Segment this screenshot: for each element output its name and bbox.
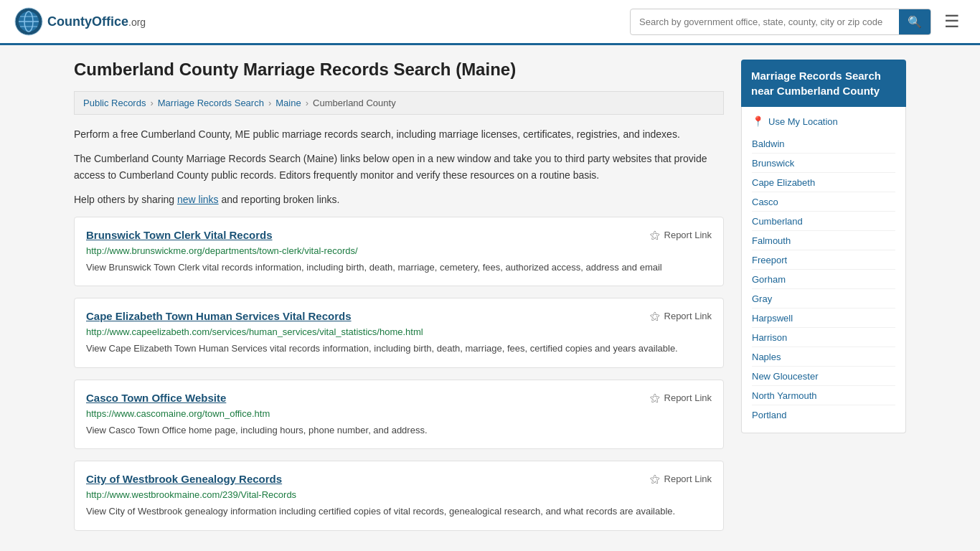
- sidebar-city-cape-elizabeth[interactable]: Cape Elizabeth: [752, 177, 815, 188]
- sidebar-cities-list: Baldwin Brunswick Cape Elizabeth Casco C…: [752, 134, 895, 424]
- logo-text: CountyOffice.org: [47, 14, 146, 29]
- list-item: Baldwin: [752, 134, 895, 154]
- breadcrumb-maine[interactable]: Maine: [275, 98, 301, 108]
- logo-icon: [14, 7, 43, 36]
- report-link-3[interactable]: ⚝ Report Link: [650, 392, 712, 404]
- result-title-4[interactable]: City of Westbrook Genealogy Records: [86, 473, 282, 485]
- breadcrumb-public-records[interactable]: Public Records: [83, 98, 146, 108]
- list-item: Freeport: [752, 250, 895, 270]
- list-item: Falmouth: [752, 231, 895, 250]
- report-icon-1: ⚝: [650, 229, 660, 241]
- list-item: Cumberland: [752, 212, 895, 231]
- sidebar-city-cumberland[interactable]: Cumberland: [752, 216, 803, 227]
- sidebar: Marriage Records Search near Cumberland …: [741, 60, 906, 542]
- result-title-1[interactable]: Brunswick Town Clerk Vital Records: [86, 229, 273, 241]
- list-item: New Gloucester: [752, 367, 895, 386]
- breadcrumb-sep-2: ›: [268, 98, 271, 108]
- list-item: Portland: [752, 405, 895, 424]
- sidebar-city-freeport[interactable]: Freeport: [752, 255, 787, 265]
- header-right: 🔍 ☰: [630, 9, 966, 35]
- sidebar-body: 📍 Use My Location Baldwin Brunswick Cape…: [741, 107, 906, 433]
- description-2: The Cumberland County Marriage Records S…: [74, 151, 724, 183]
- report-icon-4: ⚝: [650, 473, 660, 485]
- list-item: Gray: [752, 289, 895, 309]
- breadcrumb-marriage-records[interactable]: Marriage Records Search: [158, 98, 264, 108]
- page-title: Cumberland County Marriage Records Searc…: [74, 60, 724, 80]
- result-desc-1: View Brunswick Town Clerk vital records …: [86, 260, 712, 275]
- report-link-2[interactable]: ⚝ Report Link: [650, 310, 712, 322]
- hamburger-button[interactable]: ☰: [938, 9, 966, 34]
- list-item: Harrison: [752, 328, 895, 347]
- sidebar-city-gray[interactable]: Gray: [752, 293, 772, 304]
- result-item-2: Cape Elizabeth Town Human Services Vital…: [74, 298, 724, 368]
- list-item: Cape Elizabeth: [752, 173, 895, 192]
- sidebar-city-harrison[interactable]: Harrison: [752, 332, 787, 343]
- result-url-3: https://www.cascomaine.org/town_office.h…: [86, 408, 712, 419]
- content-area: Cumberland County Marriage Records Searc…: [74, 60, 724, 542]
- result-title-2[interactable]: Cape Elizabeth Town Human Services Vital…: [86, 310, 352, 322]
- search-input[interactable]: [631, 11, 899, 33]
- breadcrumb-sep-1: ›: [150, 98, 153, 108]
- search-bar: 🔍: [630, 9, 931, 35]
- report-link-4[interactable]: ⚝ Report Link: [650, 473, 712, 485]
- use-my-location[interactable]: 📍 Use My Location: [752, 116, 895, 127]
- result-title-3[interactable]: Casco Town Office Website: [86, 392, 226, 404]
- result-item-4: City of Westbrook Genealogy Records ⚝ Re…: [74, 461, 724, 531]
- sidebar-city-falmouth[interactable]: Falmouth: [752, 235, 791, 246]
- description-3: Help others by sharing new links and rep…: [74, 192, 724, 207]
- result-header-2: Cape Elizabeth Town Human Services Vital…: [86, 310, 712, 322]
- list-item: Harpswell: [752, 309, 895, 328]
- sidebar-city-north-yarmouth[interactable]: North Yarmouth: [752, 390, 817, 401]
- result-item-1: Brunswick Town Clerk Vital Records ⚝ Rep…: [74, 217, 724, 287]
- list-item: Naples: [752, 347, 895, 367]
- sidebar-title: Marriage Records Search near Cumberland …: [741, 60, 906, 107]
- result-url-2: http://www.capeelizabeth.com/services/hu…: [86, 326, 712, 337]
- result-header-3: Casco Town Office Website ⚝ Report Link: [86, 392, 712, 404]
- result-item-3: Casco Town Office Website ⚝ Report Link …: [74, 380, 724, 450]
- breadcrumb-current: Cumberland County: [313, 98, 396, 108]
- breadcrumb: Public Records › Marriage Records Search…: [74, 91, 724, 115]
- new-links-link[interactable]: new links: [177, 194, 219, 205]
- result-url-4: http://www.westbrookmaine.com/239/Vital-…: [86, 489, 712, 500]
- list-item: Casco: [752, 192, 895, 212]
- report-icon-3: ⚝: [650, 392, 660, 404]
- list-item: Brunswick: [752, 154, 895, 173]
- result-desc-4: View City of Westbrook genealogy informa…: [86, 504, 712, 519]
- site-header: CountyOffice.org 🔍 ☰: [0, 0, 980, 45]
- report-icon-2: ⚝: [650, 310, 660, 322]
- logo-area: CountyOffice.org: [14, 7, 146, 36]
- result-desc-3: View Casco Town Office home page, includ…: [86, 423, 712, 438]
- sidebar-city-naples[interactable]: Naples: [752, 352, 781, 362]
- list-item: North Yarmouth: [752, 386, 895, 405]
- main-container: Cumberland County Marriage Records Searc…: [60, 45, 920, 551]
- sidebar-city-casco[interactable]: Casco: [752, 197, 778, 207]
- sidebar-city-new-gloucester[interactable]: New Gloucester: [752, 371, 818, 382]
- sidebar-city-brunswick[interactable]: Brunswick: [752, 158, 794, 169]
- result-desc-2: View Cape Elizabeth Town Human Services …: [86, 342, 712, 356]
- description-1: Perform a free Cumberland County, ME pub…: [74, 126, 724, 142]
- sidebar-city-harpswell[interactable]: Harpswell: [752, 313, 793, 324]
- sidebar-city-baldwin[interactable]: Baldwin: [752, 138, 785, 149]
- list-item: Gorham: [752, 270, 895, 289]
- result-url-1: http://www.brunswickme.org/departments/t…: [86, 245, 712, 256]
- sidebar-city-portland[interactable]: Portland: [752, 410, 786, 420]
- breadcrumb-sep-3: ›: [306, 98, 308, 108]
- report-link-1[interactable]: ⚝ Report Link: [650, 229, 712, 241]
- sidebar-city-gorham[interactable]: Gorham: [752, 274, 786, 285]
- location-pin-icon: 📍: [752, 116, 764, 127]
- result-header-4: City of Westbrook Genealogy Records ⚝ Re…: [86, 473, 712, 485]
- result-header-1: Brunswick Town Clerk Vital Records ⚝ Rep…: [86, 229, 712, 241]
- search-button[interactable]: 🔍: [899, 9, 930, 34]
